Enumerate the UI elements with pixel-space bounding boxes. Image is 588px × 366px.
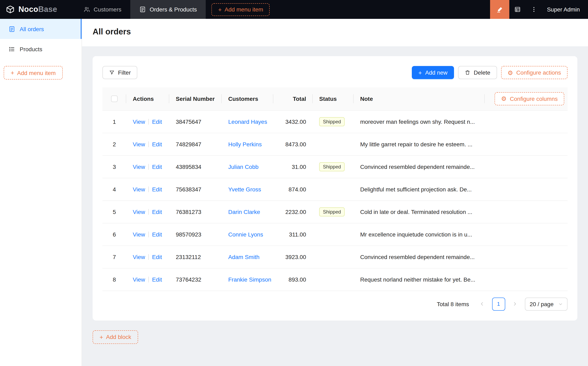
gear-icon: ⚙ — [507, 69, 513, 76]
sidebar-item-products[interactable]: Products — [0, 39, 82, 59]
customer-link[interactable]: Julian Cobb — [228, 163, 259, 170]
header-add-menu-item-label: Add menu item — [225, 6, 263, 13]
total-cell: 311.00 — [273, 223, 313, 245]
chevron-down-icon — [558, 302, 563, 306]
status-cell — [313, 268, 354, 290]
view-link[interactable]: View — [133, 276, 145, 282]
sidebar-item-label: All orders — [20, 26, 44, 32]
view-link[interactable]: View — [133, 253, 145, 260]
customer-cell: Holly Perkins — [222, 133, 273, 155]
customer-link[interactable]: Adam Smith — [228, 253, 260, 260]
note-cell: Cold in late or deal. Terminated resolut… — [354, 200, 485, 223]
status-badge: Shipped — [319, 162, 345, 171]
table-row: 1 ViewEdit 38475647 Leonard Hayes 3432.0… — [102, 110, 567, 133]
nav-item-orders-products[interactable]: Orders & Products — [130, 0, 206, 19]
app: NocoBase Customers — [0, 0, 588, 366]
configure-actions-label: Configure actions — [516, 69, 561, 76]
edit-link[interactable]: Edit — [152, 276, 162, 282]
customer-cell: Yvette Gross — [222, 178, 273, 200]
pagination-page-1[interactable]: 1 — [492, 297, 505, 311]
collections-icon-button[interactable] — [509, 0, 526, 19]
header-right: Super Admin — [490, 0, 588, 19]
customer-link[interactable]: Holly Perkins — [228, 141, 262, 147]
row-actions-cell: ViewEdit — [126, 200, 169, 223]
empty-cell — [485, 223, 567, 245]
content: Filter + Add new — [82, 46, 588, 366]
add-block-label: Add block — [106, 334, 131, 340]
pagination: Total 8 items 1 — [102, 297, 567, 311]
nav-item-customers[interactable]: Customers — [74, 0, 130, 19]
filter-icon — [109, 70, 115, 76]
configure-actions-button[interactable]: ⚙ Configure actions — [501, 66, 567, 79]
total-cell: 893.00 — [273, 268, 313, 290]
customer-link[interactable]: Connie Lyons — [228, 231, 263, 237]
edit-link[interactable]: Edit — [152, 163, 162, 170]
filter-button[interactable]: Filter — [102, 66, 137, 79]
page-title: All orders — [93, 27, 578, 37]
logo[interactable]: NocoBase — [0, 0, 65, 19]
user-menu[interactable]: Super Admin — [542, 0, 588, 19]
status-cell: Shipped — [313, 155, 354, 178]
serial-number-cell: 75638347 — [169, 178, 222, 200]
edit-link[interactable]: Edit — [152, 231, 162, 237]
view-link[interactable]: View — [133, 231, 145, 237]
select-all-checkbox[interactable] — [111, 96, 118, 102]
divider — [148, 209, 149, 214]
pagination-next-button[interactable] — [508, 297, 521, 311]
total-cell: 3923.00 — [273, 245, 313, 268]
page-size-select[interactable]: 20 / page — [525, 297, 567, 311]
pagination-prev-button[interactable] — [475, 297, 489, 311]
configure-columns-button[interactable]: ⚙ Configure columns — [495, 92, 564, 105]
edit-link[interactable]: Edit — [152, 253, 162, 260]
view-link[interactable]: View — [133, 208, 145, 215]
table-row: 4 ViewEdit 75638347 Yvette Gross 874.00 … — [102, 178, 567, 200]
more-menu-button[interactable] — [526, 0, 542, 19]
serial-number-cell: 98570923 — [169, 223, 222, 245]
orders-table-block: Filter + Add new — [93, 56, 577, 320]
divider — [148, 254, 149, 260]
view-link[interactable]: View — [133, 141, 145, 147]
note-cell: Convinced resembled dependent remainde..… — [354, 245, 485, 268]
row-index: 1 — [102, 110, 126, 133]
customer-link[interactable]: Darin Clarke — [228, 208, 260, 215]
view-link[interactable]: View — [133, 163, 145, 170]
divider — [148, 119, 149, 124]
customer-link[interactable]: Yvette Gross — [228, 186, 261, 192]
table-row: 5 ViewEdit 76381273 Darin Clarke 2232.00… — [102, 200, 567, 223]
configure-columns-label: Configure columns — [510, 96, 558, 102]
body: All orders Products + Add menu item All … — [0, 19, 588, 366]
edit-link[interactable]: Edit — [152, 141, 162, 147]
edit-link[interactable]: Edit — [152, 186, 162, 192]
header-add-menu-item-button[interactable]: + Add menu item — [212, 3, 270, 16]
add-block-button[interactable]: + Add block — [93, 330, 138, 344]
row-index: 6 — [102, 223, 126, 245]
row-actions-cell: ViewEdit — [126, 178, 169, 200]
row-index: 2 — [102, 133, 126, 155]
divider — [148, 231, 149, 237]
row-index: 3 — [102, 155, 126, 178]
customer-link[interactable]: Leonard Hayes — [228, 118, 267, 125]
row-actions-cell: ViewEdit — [126, 268, 169, 290]
total-cell: 8473.00 — [273, 133, 313, 155]
view-link[interactable]: View — [133, 118, 145, 125]
edit-link[interactable]: Edit — [152, 118, 162, 125]
add-new-button[interactable]: + Add new — [412, 66, 454, 79]
delete-button[interactable]: Delete — [458, 66, 497, 79]
customer-cell: Julian Cobb — [222, 155, 273, 178]
serial-number-cell: 43895834 — [169, 155, 222, 178]
ui-editor-button[interactable] — [490, 0, 509, 19]
sidebar-item-all-orders[interactable]: All orders — [0, 19, 82, 39]
edit-link[interactable]: Edit — [152, 208, 162, 215]
sidebar-item-label: Products — [20, 46, 42, 52]
note-cell: moreover man feelings own shy. Request n… — [354, 110, 485, 133]
people-icon — [83, 6, 90, 13]
status-cell: Shipped — [313, 200, 354, 223]
customer-cell: Leonard Hayes — [222, 110, 273, 133]
toolbar-right: + Add new — [412, 66, 567, 79]
note-cell: Mr excellence inquietude conviction is i… — [354, 223, 485, 245]
sidebar-add-menu-item-button[interactable]: + Add menu item — [4, 66, 63, 79]
customer-link[interactable]: Frankie Simpson — [228, 276, 271, 282]
status-cell — [313, 223, 354, 245]
divider — [148, 186, 149, 192]
view-link[interactable]: View — [133, 186, 145, 192]
